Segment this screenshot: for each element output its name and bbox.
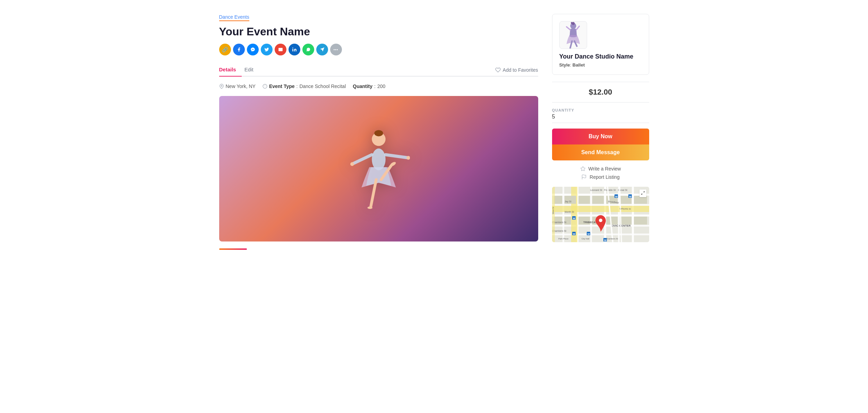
svg-rect-28 (552, 194, 649, 196)
svg-point-82 (599, 219, 602, 222)
breadcrumb-link[interactable]: Dance Events (219, 14, 249, 21)
svg-rect-54 (634, 217, 647, 225)
svg-text:Leonard St: Leonard St (590, 189, 602, 191)
studio-style-value: Ballet (573, 62, 585, 68)
svg-text:Park Place: Park Place (558, 238, 569, 240)
svg-rect-41 (554, 196, 562, 204)
share-icons-bar: 🔗 (219, 44, 538, 55)
event-meta: New York, NY Event Type: Dance School Re… (219, 84, 538, 89)
svg-rect-38 (632, 187, 634, 242)
quantity-value: 200 (377, 84, 385, 89)
share-email-button[interactable] (275, 44, 286, 55)
quantity-label: Quantity (353, 84, 372, 89)
svg-rect-44 (592, 196, 604, 204)
event-image (219, 96, 538, 241)
svg-text:M: M (573, 217, 575, 220)
share-link-button[interactable]: 🔗 (219, 44, 231, 55)
action-links: Write a Review Report Listing (552, 166, 649, 180)
dancer-illustration (347, 106, 410, 231)
svg-rect-43 (578, 196, 590, 204)
svg-rect-52 (606, 217, 618, 225)
svg-rect-36 (604, 187, 606, 242)
svg-text:TRIBECA: TRIBECA (583, 221, 596, 224)
location-icon (219, 84, 224, 89)
quantity-section-label: QUANTITY (552, 108, 649, 112)
share-linkedin-button[interactable] (289, 44, 300, 55)
svg-marker-2 (320, 47, 324, 52)
map-expand-button[interactable] (639, 190, 646, 197)
tabs-bar: Details Edit Add to Favorites (219, 64, 538, 77)
location-text: New York, NY (226, 84, 256, 89)
studio-name: Your Dance Studio Name (559, 53, 642, 60)
report-listing-label: Report Listing (590, 174, 619, 180)
studio-logo (559, 21, 587, 49)
svg-text:Lafayette St: Lafayette St (619, 208, 631, 210)
buy-now-button[interactable]: Buy Now (552, 129, 649, 144)
add-favorites-button[interactable]: Add to Favorites (495, 67, 538, 73)
svg-point-3 (221, 85, 222, 87)
svg-text:M: M (615, 195, 618, 198)
studio-style: Style: Ballet (559, 62, 642, 68)
svg-text:Jay St: Jay St (565, 200, 571, 203)
studio-style-label: Style (559, 62, 570, 68)
tab-edit[interactable]: Edit (244, 64, 259, 77)
event-title: Your Event Name (219, 25, 538, 38)
svg-rect-29 (552, 204, 649, 206)
price-section: $12.00 (552, 82, 649, 103)
event-type-value: Dance School Recital (299, 84, 346, 89)
share-messenger-button[interactable] (247, 44, 259, 55)
report-listing-button[interactable]: Report Listing (581, 174, 619, 180)
page-container: Dance Events Your Event Name 🔗 (212, 0, 656, 264)
quantity-section: QUANTITY 5 (552, 108, 649, 123)
quantity-meta: Quantity: 200 (353, 84, 385, 89)
svg-point-0 (292, 47, 293, 48)
event-type-meta: Event Type: Dance School Recital (263, 84, 346, 89)
tab-details[interactable]: Details (219, 64, 242, 77)
svg-line-22 (576, 26, 579, 30)
sidebar: Your Dance Studio Name Style: Ballet $12… (552, 14, 649, 250)
svg-line-88 (641, 193, 643, 195)
svg-text:M: M (573, 232, 575, 236)
svg-marker-25 (581, 166, 585, 171)
svg-rect-53 (620, 217, 631, 225)
svg-point-20 (571, 22, 573, 24)
studio-card: Your Dance Studio Name Style: Ballet (552, 14, 649, 75)
svg-line-10 (352, 155, 372, 164)
svg-line-11 (385, 155, 408, 158)
quantity-section-value: 5 (552, 114, 649, 123)
svg-point-12 (350, 162, 354, 166)
svg-text:M: M (587, 232, 590, 236)
share-whatsapp-button[interactable] (302, 44, 314, 55)
svg-line-87 (643, 192, 645, 193)
share-more-button[interactable]: ••• (330, 44, 342, 55)
svg-line-21 (566, 27, 570, 30)
svg-text:West St: West St (552, 207, 554, 214)
write-review-button[interactable]: Write a Review (580, 166, 621, 172)
svg-rect-68 (552, 187, 555, 242)
flag-icon (581, 174, 587, 180)
send-message-button[interactable]: Send Message (552, 144, 649, 160)
svg-text:M: M (629, 195, 631, 198)
star-icon (580, 166, 586, 172)
share-telegram-button[interactable] (316, 44, 328, 55)
svg-rect-33 (562, 187, 564, 242)
map-image: Leonard St Franklin St Canal St Jay St W… (552, 187, 649, 242)
event-type-icon (263, 84, 267, 89)
event-type-label: Event Type (269, 84, 295, 89)
add-favorites-label: Add to Favorites (503, 67, 538, 73)
share-facebook-button[interactable] (233, 44, 245, 55)
svg-text:Worth St: Worth St (565, 211, 574, 213)
heart-icon (495, 67, 501, 73)
location-meta: New York, NY (219, 84, 256, 89)
svg-point-16 (367, 206, 372, 209)
svg-text:City Hall: City Hall (582, 238, 589, 240)
svg-rect-35 (590, 187, 592, 242)
svg-rect-32 (552, 234, 649, 235)
svg-text:Franklin St: Franklin St (604, 189, 616, 191)
studio-logo-image (561, 21, 585, 49)
share-twitter-button[interactable] (261, 44, 273, 55)
price-value: $12.00 (589, 88, 612, 96)
map-container[interactable]: Leonard St Franklin St Canal St Jay St W… (552, 187, 649, 242)
svg-text:Chambers St: Chambers St (606, 238, 618, 240)
svg-point-7 (372, 149, 386, 170)
